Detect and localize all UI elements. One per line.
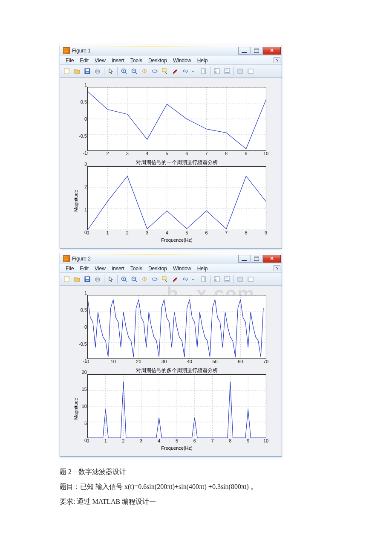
svg-line-16 <box>165 72 167 74</box>
axes-2[interactable]: 对周期信号的多个周期进行频谱分析 012345678910 05101520 M… <box>87 374 266 438</box>
brush-icon[interactable] <box>170 66 180 76</box>
hide-tools-icon[interactable] <box>236 66 245 76</box>
svg-rect-29 <box>248 69 249 73</box>
svg-rect-79 <box>214 277 219 282</box>
svg-line-75 <box>165 280 167 282</box>
save-icon[interactable] <box>83 66 92 76</box>
figure-area: 12345678910 -1-0.500.51 对周期信号的一个周期进行频谱分析… <box>60 78 282 248</box>
new-figure-icon[interactable] <box>62 66 72 76</box>
link-icon[interactable] <box>181 66 190 76</box>
window-title: Figure 2 <box>72 255 238 262</box>
pan-icon[interactable] <box>140 275 149 284</box>
link-icon[interactable] <box>181 275 190 284</box>
menu-window[interactable]: Window <box>170 266 194 272</box>
axes-2[interactable]: 对周期信号的一个周期进行频谱分析 0123456789 0123 Magnitu… <box>87 166 266 230</box>
menu-help[interactable]: Help <box>194 58 211 64</box>
svg-rect-17 <box>176 69 177 70</box>
restore-icon[interactable]: ↘ <box>274 265 280 271</box>
menu-insert[interactable]: Insert <box>109 58 127 64</box>
svg-rect-88 <box>248 277 249 281</box>
figure-area: b x.com 010203040506070 -1-0.500.51 对周期信… <box>60 286 282 456</box>
menu-file[interactable]: File <box>63 266 77 272</box>
pointer-icon[interactable] <box>106 275 115 284</box>
svg-rect-78 <box>205 277 205 281</box>
show-plottools-icon[interactable] <box>246 275 255 284</box>
zoom-out-icon[interactable] <box>130 66 139 76</box>
colorbar-icon[interactable] <box>199 275 208 284</box>
dropdown-icon[interactable] <box>191 275 195 284</box>
svg-rect-6 <box>96 72 99 73</box>
svg-rect-25 <box>225 69 228 71</box>
colorbar-icon[interactable] <box>199 66 208 76</box>
zoom-in-icon[interactable] <box>119 275 129 284</box>
close-button[interactable]: × <box>263 255 281 263</box>
open-icon[interactable] <box>72 66 82 76</box>
y-axis-label: Magnitude <box>73 398 78 419</box>
svg-rect-20 <box>214 69 219 74</box>
rotate3d-icon[interactable] <box>150 66 159 76</box>
print-icon[interactable] <box>93 66 102 76</box>
minimize-button[interactable] <box>238 255 250 263</box>
svg-rect-3 <box>86 72 89 73</box>
minimize-button[interactable] <box>238 47 250 55</box>
axes-1[interactable]: 12345678910 -1-0.500.51 <box>87 87 266 151</box>
menu-view[interactable]: View <box>92 266 109 272</box>
legend-icon[interactable] <box>212 66 222 76</box>
datacursor-icon[interactable] <box>160 275 170 284</box>
menu-edit[interactable]: Edit <box>77 266 92 272</box>
rotate3d-icon[interactable] <box>150 275 159 284</box>
zoom-out-icon[interactable] <box>130 275 139 284</box>
pan-icon[interactable] <box>140 66 149 76</box>
maximize-button[interactable] <box>251 47 262 55</box>
x-axis-label: Frequence(Hz) <box>88 237 266 243</box>
svg-line-67 <box>125 280 127 282</box>
text-line: 题目：已知 输入信号 x(t)=0.6sin(200πt)+sin(400πt)… <box>60 479 332 494</box>
svg-rect-61 <box>86 277 89 279</box>
new-figure-icon[interactable] <box>62 275 72 284</box>
svg-rect-15 <box>162 69 166 72</box>
menu-help[interactable]: Help <box>194 266 211 272</box>
svg-rect-84 <box>225 278 228 279</box>
svg-rect-62 <box>86 280 89 281</box>
menu-window[interactable]: Window <box>170 58 194 64</box>
menubar: File Edit View Insert Tools Desktop Wind… <box>60 264 282 273</box>
legend-icon[interactable] <box>212 275 222 284</box>
dropdown-icon[interactable] <box>191 66 195 76</box>
menu-file[interactable]: File <box>63 58 77 64</box>
titlebar[interactable]: Figure 2 × <box>60 253 282 264</box>
menu-insert[interactable]: Insert <box>109 266 127 272</box>
svg-rect-64 <box>96 277 99 279</box>
restore-icon[interactable]: ↘ <box>274 57 280 63</box>
menu-desktop[interactable]: Desktop <box>145 58 170 64</box>
svg-line-71 <box>135 280 137 282</box>
menubar: File Edit View Insert Tools Desktop Wind… <box>60 56 282 65</box>
toolbar <box>60 273 282 286</box>
figure-window-2: Figure 2 × File Edit View Insert Tools D… <box>60 253 282 457</box>
menu-tools[interactable]: Tools <box>127 58 145 64</box>
toolbar <box>60 65 282 78</box>
brush-icon[interactable] <box>170 275 180 284</box>
save-icon[interactable] <box>83 275 92 284</box>
axes-1[interactable]: 010203040506070 -1-0.500.51 <box>87 295 266 359</box>
menu-desktop[interactable]: Desktop <box>145 266 170 272</box>
titlebar[interactable]: Figure 1 × <box>60 45 282 56</box>
show-plottools-icon[interactable] <box>246 66 255 76</box>
svg-rect-65 <box>96 280 99 281</box>
svg-line-8 <box>125 72 127 74</box>
pointer-icon[interactable] <box>106 66 115 76</box>
open-icon[interactable] <box>72 275 82 284</box>
window-title: Figure 1 <box>72 47 238 54</box>
datacursor-icon[interactable] <box>160 66 170 76</box>
annotate-icon[interactable] <box>222 275 232 284</box>
close-button[interactable]: × <box>263 47 281 55</box>
hide-tools-icon[interactable] <box>236 275 245 284</box>
svg-rect-74 <box>162 277 166 280</box>
zoom-in-icon[interactable] <box>119 66 129 76</box>
menu-view[interactable]: View <box>92 58 109 64</box>
annotate-icon[interactable] <box>222 66 232 76</box>
print-icon[interactable] <box>93 275 102 284</box>
menu-tools[interactable]: Tools <box>127 266 145 272</box>
maximize-button[interactable] <box>251 255 262 263</box>
menu-edit[interactable]: Edit <box>77 58 92 64</box>
app-icon <box>63 47 70 54</box>
